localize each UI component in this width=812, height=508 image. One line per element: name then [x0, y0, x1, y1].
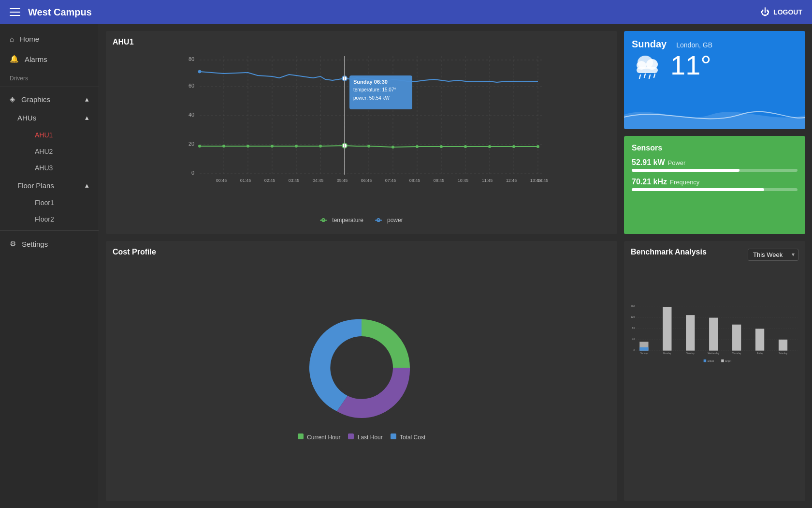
svg-text:10:45: 10:45 [458, 178, 469, 183]
bar-monday-target [663, 307, 671, 350]
sidebar-item-floor1[interactable]: Floor1 [35, 194, 99, 211]
svg-text:120: 120 [631, 315, 635, 318]
weather-icon-area: 11° [632, 52, 798, 79]
svg-text:40: 40 [188, 112, 194, 118]
topnav: West Campus ⏻ LOGOUT [0, 0, 812, 24]
svg-text:Thursday: Thursday [732, 352, 742, 355]
svg-text:00:45: 00:45 [216, 178, 227, 183]
week-selector[interactable]: This Week Last Week This Month [748, 249, 798, 261]
sidebar-item-ahu1[interactable]: AHU1 [35, 127, 99, 143]
sidebar-item-home[interactable]: ⌂ Home [0, 29, 99, 49]
settings-icon: ⚙ [10, 239, 16, 248]
svg-text:07:45: 07:45 [385, 178, 396, 183]
sensors-panel: Sensors 52.91 kW Power 70.21 kHz Frequen… [624, 136, 805, 234]
svg-text:Wednesday: Wednesday [708, 352, 720, 355]
legend-total-cost: Total Cost [391, 433, 425, 441]
bar-wednesday-target [709, 318, 718, 351]
svg-text:11:45: 11:45 [482, 178, 493, 183]
svg-text:40: 40 [632, 338, 635, 341]
legend-current-hour: Current Hour [298, 433, 341, 441]
cost-profile-panel: Cost Profile [106, 241, 617, 501]
sidebar-item-ahu3[interactable]: AHU3 [35, 160, 99, 176]
sidebar-group-graphics[interactable]: ◈ Graphics ▴ [0, 90, 99, 108]
chevron-up-icon: ▴ [85, 95, 89, 104]
svg-point-30 [295, 145, 298, 148]
svg-text:Tuesday: Tuesday [686, 352, 695, 355]
svg-text:02:45: 02:45 [264, 178, 276, 183]
svg-point-38 [488, 145, 491, 148]
svg-point-31 [319, 145, 322, 148]
ahu1-panel: AHU1 .grid-line{stroke:#555;stroke-width… [106, 31, 617, 234]
svg-point-28 [246, 145, 249, 148]
weather-rain-icon [632, 52, 663, 79]
sensors-title: Sensors [632, 144, 798, 152]
sidebar-item-alarms[interactable]: 🔔 Alarms [0, 49, 99, 69]
svg-text:03:45: 03:45 [289, 178, 300, 183]
sensor-freq-row: 70.21 kHz Frequency [632, 178, 798, 191]
svg-point-24 [198, 70, 201, 73]
sensor-power-bar-fill [632, 169, 740, 172]
svg-text:05:45: 05:45 [337, 178, 348, 183]
svg-point-29 [271, 145, 274, 148]
sidebar-group-floorplans[interactable]: Floor Plans ▴ [17, 176, 99, 194]
sidebar-divider-2 [0, 230, 99, 231]
svg-text:0: 0 [633, 349, 635, 352]
svg-point-27 [222, 145, 225, 148]
sidebar-divider-1 [0, 87, 99, 87]
svg-line-71 [649, 75, 650, 78]
bell-icon: 🔔 [10, 55, 19, 63]
svg-text:09:45: 09:45 [434, 178, 445, 183]
svg-text:target: target [725, 359, 731, 362]
sidebar-item-ahu2[interactable]: AHU2 [35, 143, 99, 160]
svg-text:power: 50.54 kW: power: 50.54 kW [353, 95, 390, 101]
weather-wave [624, 100, 805, 129]
ahu1-chart-container: .grid-line{stroke:#555;stroke-width:0.5;… [113, 51, 610, 224]
svg-line-70 [644, 74, 645, 77]
bar-saturday-target [779, 340, 787, 351]
sidebar-group-ahus[interactable]: AHUs ▴ [17, 108, 99, 127]
bar-friday-target [755, 329, 764, 350]
donut-legend: Current Hour Last Hour Total Cost [298, 433, 426, 441]
home-icon: ⌂ [10, 35, 14, 43]
sensor-power-value: 52.91 kW [632, 158, 665, 167]
legend-power: power [375, 217, 403, 224]
benchmark-chart-svg: 160 120 80 40 0 Sunday M [631, 266, 798, 406]
sensor-freq-value: 70.21 kHz [632, 178, 667, 186]
sidebar-item-settings[interactable]: ⚙ Settings [0, 234, 99, 254]
benchmark-title: Benchmark Analysis [631, 248, 707, 256]
svg-point-36 [440, 145, 443, 148]
logout-button[interactable]: LOGOUT [773, 8, 802, 16]
legend-last-hour: Last Hour [348, 433, 382, 441]
svg-text:0: 0 [191, 170, 194, 176]
svg-rect-93 [721, 359, 724, 362]
svg-rect-68 [637, 67, 658, 73]
benchmark-header: Benchmark Analysis This Week Last Week T… [631, 248, 798, 261]
donut-chart-svg [304, 310, 420, 426]
week-selector-wrap[interactable]: This Week Last Week This Month [748, 249, 798, 261]
svg-text:temperature: 15.07°: temperature: 15.07° [353, 87, 396, 92]
sensor-power-bar-bg [632, 169, 798, 172]
svg-text:Sunday 06:30: Sunday 06:30 [353, 79, 388, 85]
sidebar: ⌂ Home 🔔 Alarms Drivers ◈ Graphics ▴ AHU… [0, 24, 99, 508]
menu-button[interactable] [10, 8, 20, 16]
weather-temp: 11° [670, 52, 711, 79]
svg-point-39 [512, 145, 515, 148]
sidebar-item-floor2[interactable]: Floor2 [35, 211, 99, 227]
svg-text:Friday: Friday [757, 352, 763, 355]
floorplans-chevron-up: ▴ [85, 181, 89, 190]
sensor-power-label: Power [667, 159, 685, 166]
svg-point-35 [416, 145, 419, 148]
sidebar-sub-ahu-items: AHU1 AHU2 AHU3 [17, 127, 99, 176]
sidebar-sub-floor-items: Floor1 Floor2 [17, 194, 99, 227]
svg-point-26 [198, 145, 201, 148]
weather-day: Sunday [632, 39, 667, 50]
power-icon: ⏻ [761, 7, 769, 17]
svg-text:actual: actual [707, 359, 713, 362]
svg-line-72 [654, 74, 655, 77]
svg-text:160: 160 [631, 305, 635, 308]
weather-location: London, GB [676, 41, 712, 49]
sensor-freq-bar-fill [632, 188, 764, 191]
sidebar-drivers-label: Drivers [0, 69, 99, 84]
graphics-icon: ◈ [10, 95, 15, 104]
bar-tuesday-target [686, 315, 695, 351]
